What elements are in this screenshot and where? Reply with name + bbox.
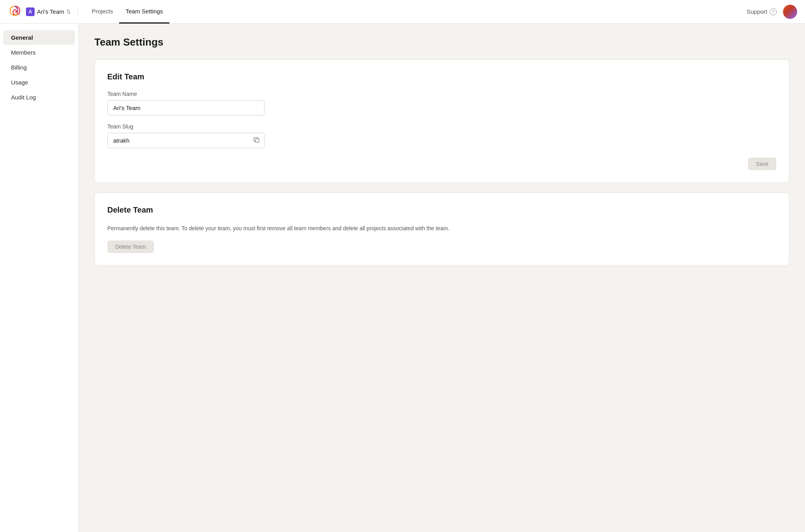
edit-team-title: Edit Team: [107, 72, 776, 81]
team-name-group: Team Name: [107, 91, 776, 116]
top-navigation: A Ari's Team ⇅ Projects Team Settings Su…: [0, 0, 805, 24]
delete-team-button[interactable]: Delete Team: [107, 240, 154, 253]
nav-tabs: Projects Team Settings: [85, 0, 746, 24]
main-content: Team Settings Edit Team Team Name Team S…: [79, 24, 805, 532]
app-body: General Members Billing Usage Audit Log …: [0, 0, 805, 532]
team-switcher-chevron: ⇅: [66, 9, 71, 15]
support-label: Support: [746, 8, 767, 15]
support-icon: ?: [770, 8, 777, 15]
sidebar-item-general[interactable]: General: [3, 30, 75, 45]
app-logo[interactable]: [8, 4, 22, 19]
edit-team-card: Edit Team Team Name Team Slug: [94, 59, 789, 183]
sidebar-item-audit-log[interactable]: Audit Log: [3, 90, 75, 105]
team-name-input[interactable]: [107, 100, 265, 116]
team-name-label: Ari's Team: [37, 8, 64, 15]
team-slug-group: Team Slug: [107, 123, 776, 148]
sidebar-item-members[interactable]: Members: [3, 45, 75, 60]
sidebar-item-billing[interactable]: Billing: [3, 60, 75, 75]
team-avatar: A: [26, 7, 35, 16]
team-slug-input[interactable]: [107, 133, 265, 148]
support-link[interactable]: Support ?: [746, 8, 777, 15]
team-slug-input-wrapper: [107, 133, 265, 148]
tab-projects[interactable]: Projects: [85, 0, 119, 24]
team-slug-label: Team Slug: [107, 123, 776, 130]
nav-divider: [78, 8, 78, 16]
sidebar: General Members Billing Usage Audit Log: [0, 24, 79, 532]
save-button[interactable]: Save: [748, 158, 776, 170]
team-switcher[interactable]: A Ari's Team ⇅: [26, 7, 71, 16]
user-avatar[interactable]: [783, 5, 797, 19]
delete-team-description: Permanently delete this team. To delete …: [107, 224, 776, 233]
nav-right: Support ?: [746, 5, 797, 19]
delete-team-title: Delete Team: [107, 205, 776, 215]
edit-team-footer: Save: [107, 158, 776, 170]
sidebar-item-usage[interactable]: Usage: [3, 75, 75, 90]
svg-rect-1: [255, 139, 259, 142]
copy-icon[interactable]: [254, 137, 260, 145]
delete-team-card: Delete Team Permanently delete this team…: [94, 193, 789, 266]
tab-team-settings[interactable]: Team Settings: [119, 0, 169, 24]
team-name-label: Team Name: [107, 91, 776, 97]
page-title: Team Settings: [94, 36, 789, 48]
